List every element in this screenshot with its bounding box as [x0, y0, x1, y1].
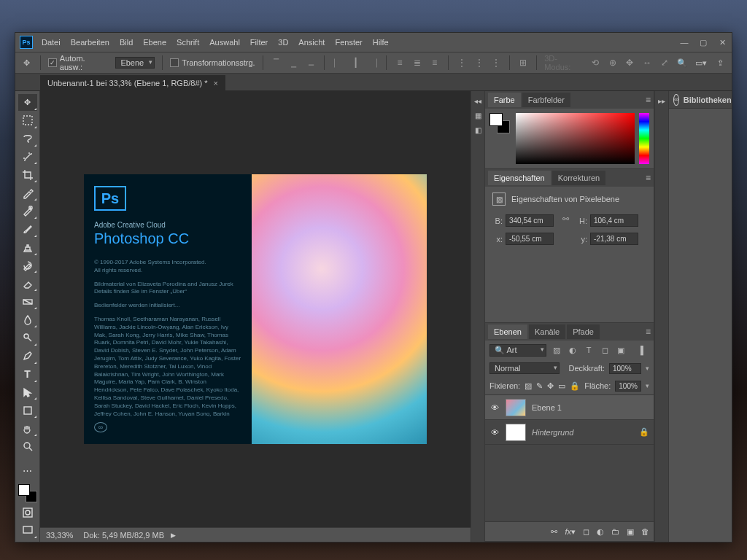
distribute-bottom-icon[interactable]: ≡: [429, 57, 441, 69]
align-top-icon[interactable]: ⎺: [271, 57, 282, 69]
new-layer-icon[interactable]: ▣: [627, 527, 634, 537]
foreground-background-swatch[interactable]: [18, 484, 37, 502]
move-tool[interactable]: ✥: [18, 94, 37, 111]
edit-toolbar-icon[interactable]: ⋯: [18, 462, 37, 479]
menu-filter[interactable]: Filter: [250, 38, 268, 47]
zoom-tool[interactable]: [18, 438, 37, 455]
layer-thumbnail[interactable]: [506, 424, 526, 441]
close-button[interactable]: ✕: [717, 38, 727, 47]
minimize-button[interactable]: —: [679, 38, 689, 47]
zoom-level[interactable]: 33,33%: [46, 531, 73, 540]
filter-adjustment-icon[interactable]: ◐: [567, 344, 578, 356]
swatch-panel-icon[interactable]: ◧: [473, 125, 483, 135]
color-field[interactable]: [516, 113, 635, 164]
auto-align-icon[interactable]: ⊞: [517, 57, 529, 69]
layer-fx-icon[interactable]: fx▾: [565, 527, 576, 537]
crop-tool[interactable]: [18, 166, 37, 183]
hand-tool[interactable]: [18, 420, 37, 437]
y-field[interactable]: -21,38 cm: [590, 233, 638, 245]
foreground-color[interactable]: [18, 484, 30, 496]
filter-toggle-icon[interactable]: ▌: [638, 344, 649, 356]
auto-select-target-dropdown[interactable]: Ebene: [115, 57, 155, 69]
share-icon[interactable]: ⇪: [714, 57, 726, 69]
menu-fenster[interactable]: Fenster: [335, 38, 362, 47]
collapse-dock-icon[interactable]: ▸▸: [657, 96, 667, 106]
menu-3d[interactable]: 3D: [278, 38, 288, 47]
panel-menu-icon[interactable]: ≡: [646, 173, 651, 183]
menu-ansicht[interactable]: Ansicht: [298, 38, 325, 47]
opacity-field[interactable]: 100%: [609, 363, 641, 374]
auto-select-checkbox[interactable]: ✓Autom. ausw.:: [48, 54, 110, 71]
filter-pixel-icon[interactable]: ▨: [551, 344, 562, 356]
layer-name[interactable]: Hintergrund: [532, 428, 633, 437]
blend-mode-dropdown[interactable]: Normal: [489, 362, 560, 374]
distribute-top-icon[interactable]: ≡: [394, 57, 406, 69]
distribute-hcenter-icon[interactable]: ⋮: [473, 57, 485, 69]
doc-size[interactable]: Dok: 5,49 MB/82,9 MB ▶: [83, 531, 176, 540]
eyedropper-tool[interactable]: [18, 184, 37, 201]
hue-slider[interactable]: [639, 113, 649, 164]
lock-artboard-icon[interactable]: ▭: [558, 381, 565, 391]
close-tab-icon[interactable]: ×: [214, 79, 218, 88]
menu-auswahl[interactable]: Auswahl: [209, 38, 240, 47]
dodge-tool[interactable]: [18, 330, 37, 346]
visibility-icon[interactable]: 👁: [489, 403, 500, 412]
gradient-tool[interactable]: [18, 293, 37, 310]
distribute-right-icon[interactable]: ⋮: [490, 57, 502, 69]
filter-type-icon[interactable]: T: [583, 344, 595, 356]
healing-brush-tool[interactable]: [18, 203, 37, 219]
libraries-panel-header[interactable]: ∞ Bibliotheken: [669, 91, 732, 109]
lock-position-icon[interactable]: ✥: [547, 381, 554, 391]
fill-field[interactable]: 100%: [615, 381, 641, 392]
filter-shape-icon[interactable]: ◻: [599, 344, 611, 356]
layer-row[interactable]: 👁Ebene 1: [485, 395, 654, 420]
color-panel-swatch[interactable]: [489, 113, 511, 164]
layer-row[interactable]: 👁Hintergrund🔒: [485, 420, 654, 445]
align-hcenter-icon[interactable]: ┃: [349, 57, 361, 69]
path-selection-tool[interactable]: [18, 384, 37, 401]
pen-tool[interactable]: [18, 348, 37, 365]
panel-menu-icon[interactable]: ≡: [646, 327, 651, 337]
adjustment-layer-icon[interactable]: ◐: [597, 527, 604, 537]
panel-menu-icon[interactable]: ≡: [646, 95, 651, 105]
history-panel-icon[interactable]: ▦: [473, 110, 483, 120]
eraser-tool[interactable]: [18, 275, 37, 292]
shape-tool[interactable]: [18, 402, 37, 419]
menu-hilfe[interactable]: Hilfe: [373, 38, 389, 47]
workspace-switcher-icon[interactable]: ▭▾: [695, 57, 707, 69]
magic-wand-tool[interactable]: [18, 149, 37, 166]
menu-bild[interactable]: Bild: [120, 38, 133, 47]
align-vcenter-icon[interactable]: ⎯: [288, 57, 300, 69]
clone-stamp-tool[interactable]: [18, 239, 37, 256]
layer-group-icon[interactable]: 🗀: [611, 527, 619, 536]
width-field[interactable]: 340,54 cm: [506, 214, 554, 227]
layer-mask-icon[interactable]: ◻: [583, 527, 589, 537]
link-dimensions-icon[interactable]: ⚯: [560, 214, 571, 227]
menu-datei[interactable]: Datei: [42, 38, 61, 47]
layer-filter-kind-dropdown[interactable]: 🔍 Art: [489, 344, 546, 357]
menu-schrift[interactable]: Schrift: [177, 38, 199, 47]
history-brush-tool[interactable]: [18, 257, 37, 274]
document-tab[interactable]: Unbenannt-1 bei 33,3% (Ebene 1, RGB/8#) …: [40, 75, 225, 90]
filter-smartobject-icon[interactable]: ▣: [615, 344, 627, 356]
tab-farbe[interactable]: Farbe: [488, 93, 521, 107]
menu-bearbeiten[interactable]: Bearbeiten: [71, 38, 109, 47]
layer-name[interactable]: Ebene 1: [532, 403, 649, 412]
blur-tool[interactable]: [18, 311, 37, 328]
lasso-tool[interactable]: [18, 131, 37, 147]
visibility-icon[interactable]: 👁: [489, 428, 500, 437]
menu-ebene[interactable]: Ebene: [143, 38, 166, 47]
tab-korrekturen[interactable]: Korrekturen: [552, 171, 605, 185]
align-bottom-icon[interactable]: ⎽: [305, 57, 317, 69]
distribute-vcenter-icon[interactable]: ≣: [411, 57, 423, 69]
tab-kanaele[interactable]: Kanäle: [529, 324, 565, 339]
canvas[interactable]: Ps Adobe Creative Cloud Photoshop CC © 1…: [40, 91, 471, 527]
search-icon[interactable]: 🔍: [676, 57, 688, 69]
layer-thumbnail[interactable]: [506, 399, 526, 416]
x-field[interactable]: -50,55 cm: [506, 233, 554, 245]
tab-farbfelder[interactable]: Farbfelder: [522, 93, 570, 107]
tab-eigenschaften[interactable]: Eigenschaften: [488, 171, 551, 185]
lock-all-icon[interactable]: 🔒: [570, 381, 580, 391]
tab-ebenen[interactable]: Ebenen: [488, 324, 527, 339]
height-field[interactable]: 106,4 cm: [590, 214, 638, 227]
